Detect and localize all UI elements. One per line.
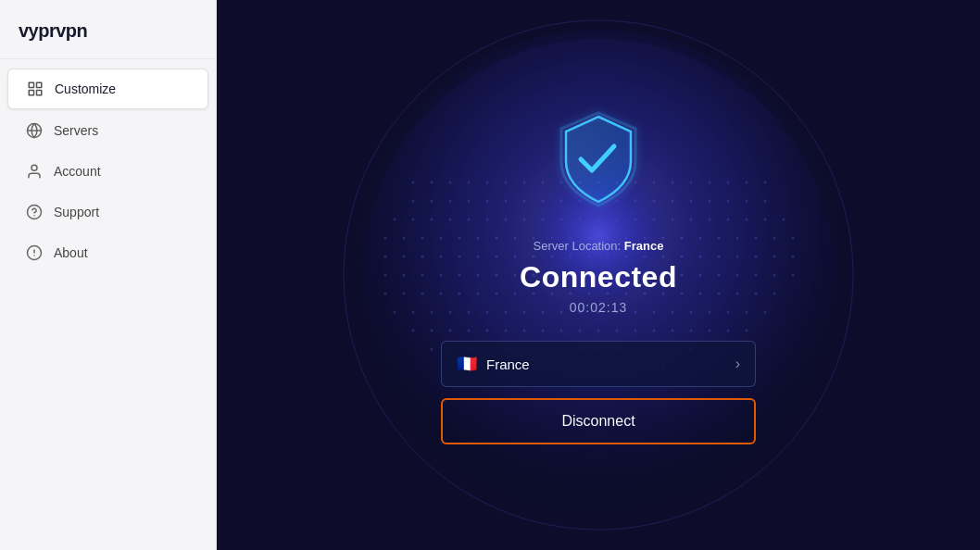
svg-point-148 [403,293,406,295]
sidebar-item-support[interactable]: Support [7,193,208,231]
shield-container [547,106,649,220]
sidebar-item-customize[interactable]: Customize [7,69,208,109]
svg-rect-1 [37,82,42,87]
server-location-country: France [624,239,664,253]
location-selector[interactable]: 🇫🇷 France › [441,341,756,387]
svg-point-17 [431,181,433,184]
svg-point-36 [412,200,415,203]
sidebar: vyprvpn Customize Servers Account [0,0,217,550]
sidebar-item-about[interactable]: About [7,233,208,272]
svg-point-77 [783,219,785,221]
main-area: Server Location: France Connected 00:02:… [217,0,980,550]
svg-point-191 [431,330,433,332]
svg-point-189 [764,311,767,314]
nav-list: Customize Servers Account Support About [0,59,216,550]
customize-icon [27,81,44,97]
sidebar-item-support-label: Support [54,205,99,219]
server-location-label: Server Location: [534,239,622,253]
svg-point-145 [773,274,776,277]
svg-rect-0 [29,82,33,87]
svg-point-102 [403,256,406,258]
shield-icon [547,106,649,217]
connection-timer: 00:02:13 [570,300,628,315]
svg-point-146 [792,274,795,277]
svg-point-35 [764,181,767,184]
svg-point-100 [792,237,795,240]
sidebar-item-account-label: Account [54,164,101,179]
svg-point-125 [403,274,406,277]
svg-point-99 [773,237,776,240]
svg-point-56 [394,219,396,221]
sidebar-item-servers[interactable]: Servers [7,111,208,150]
sidebar-item-customize-label: Customize [55,81,116,96]
disconnect-button[interactable]: Disconnect [441,398,756,444]
svg-point-209 [431,348,433,351]
logo-area: vyprvpn [0,0,216,59]
svg-point-79 [403,237,406,240]
svg-point-122 [773,256,776,258]
svg-point-170 [412,311,415,314]
svg-point-169 [394,311,396,314]
svg-rect-2 [37,91,42,95]
svg-point-6 [31,165,37,170]
servers-icon [26,122,43,139]
svg-point-76 [764,219,767,221]
svg-point-80 [421,237,424,240]
country-flag: 🇫🇷 [457,354,477,374]
support-icon [26,204,43,220]
svg-point-101 [384,256,387,258]
svg-point-123 [792,256,795,258]
main-content: Server Location: France Connected 00:02:… [441,106,756,444]
svg-point-16 [412,181,415,184]
about-icon [26,244,43,261]
svg-point-124 [384,274,387,277]
svg-point-58 [431,219,433,221]
sidebar-item-account[interactable]: Account [7,152,208,191]
svg-point-126 [421,274,424,277]
location-info: 🇫🇷 France [457,354,530,374]
sidebar-item-servers-label: Servers [54,123,98,138]
connection-status: Connected [520,260,677,294]
app-logo: vyprvpn [19,20,197,42]
country-name-selector: France [486,356,530,372]
account-icon [26,163,43,180]
svg-point-168 [773,293,776,295]
svg-point-37 [431,200,433,203]
svg-point-171 [431,311,433,314]
chevron-right-icon: › [735,356,740,372]
svg-point-78 [384,237,387,240]
svg-point-147 [384,293,387,295]
svg-point-55 [764,200,767,203]
svg-point-57 [412,219,415,221]
svg-point-149 [421,293,424,295]
svg-rect-3 [29,91,33,95]
server-location: Server Location: France [534,239,664,253]
svg-point-190 [412,330,415,332]
sidebar-item-about-label: About [54,245,88,260]
svg-point-103 [421,256,424,258]
